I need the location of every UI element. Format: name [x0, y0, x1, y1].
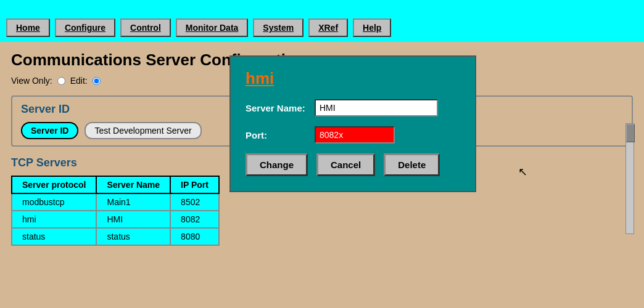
modal-buttons: Change Cancel Delete [246, 153, 460, 176]
server-name-input[interactable] [315, 99, 438, 116]
server-name-label: Server Name: [246, 103, 307, 113]
delete-button[interactable]: Delete [384, 153, 440, 176]
port-row: Port: [246, 126, 460, 144]
modal-title: hmi [246, 69, 460, 88]
port-label: Port: [246, 130, 307, 140]
server-name-row: Server Name: [246, 99, 460, 116]
cancel-button[interactable]: Cancel [316, 153, 375, 176]
port-input[interactable] [315, 126, 395, 144]
modal-overlay: hmi Server Name: Port: Change Cancel Del… [0, 0, 644, 308]
change-button[interactable]: Change [246, 153, 308, 176]
modal-dialog: hmi Server Name: Port: Change Cancel Del… [229, 55, 476, 192]
